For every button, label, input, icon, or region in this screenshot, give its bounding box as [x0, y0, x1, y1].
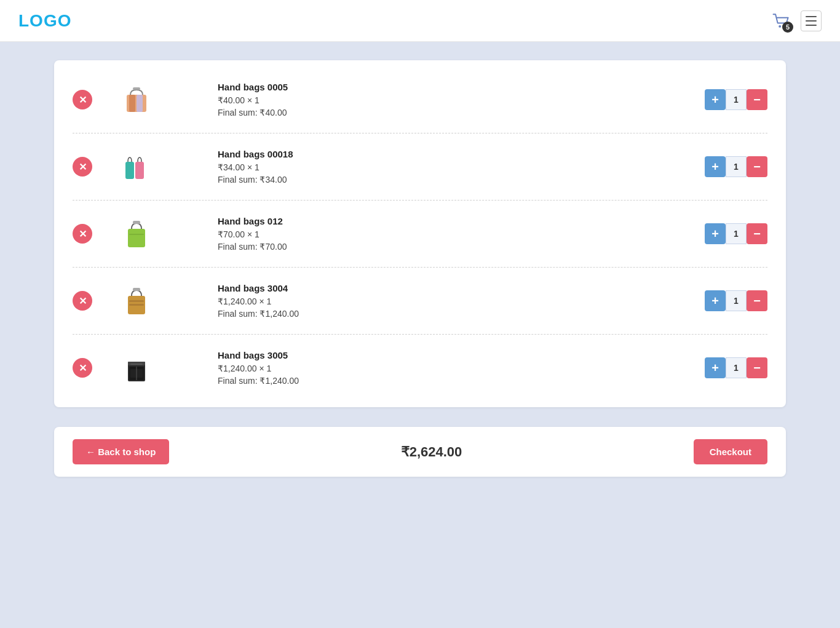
product-price-4: ₹1,240.00 × 1 [218, 296, 680, 306]
header-right: 5 [769, 9, 822, 33]
remove-item-5-button[interactable]: ✕ [73, 358, 92, 378]
qty-minus-5[interactable]: − [747, 357, 767, 378]
product-name-2: Hand bags 00018 [218, 149, 680, 159]
qty-display-4: 1 [726, 290, 747, 311]
qty-display-1: 1 [726, 89, 747, 110]
bag-svg-3 [119, 217, 154, 251]
product-image-1 [117, 80, 156, 119]
qty-display-5: 1 [726, 357, 747, 378]
svg-rect-7 [135, 162, 144, 179]
checkout-button[interactable]: Checkout [694, 439, 767, 464]
back-to-shop-button[interactable]: ← Back to shop [73, 439, 169, 464]
remove-item-3-button[interactable]: ✕ [73, 224, 92, 244]
product-final-4: Final sum: ₹1,240.00 [218, 309, 680, 319]
svg-rect-13 [129, 300, 144, 302]
product-name-3: Hand bags 012 [218, 216, 680, 226]
product-name-4: Hand bags 3004 [218, 283, 680, 293]
qty-controls-5: + 1 − [705, 357, 767, 378]
qty-minus-1[interactable]: − [747, 89, 767, 110]
cart-card: ✕ Hand bags 0005 ₹40.00 × 1 Final sum: ₹… [54, 60, 786, 407]
qty-plus-1[interactable]: + [705, 89, 726, 110]
bag-svg-2 [119, 149, 154, 184]
bottom-bar: ← Back to shop ₹2,624.00 Checkout [54, 427, 786, 477]
bag-svg-4 [119, 284, 154, 318]
svg-rect-8 [128, 229, 145, 247]
table-row: ✕ Hand bags 3005 ₹1,240.00 × 1 Final sum… [73, 335, 767, 401]
product-final-5: Final sum: ₹1,240.00 [218, 376, 680, 386]
menu-line-2 [806, 20, 817, 22]
main-content: ✕ Hand bags 0005 ₹40.00 × 1 Final sum: ₹… [0, 42, 840, 419]
total-amount: ₹2,624.00 [401, 444, 462, 460]
remove-item-4-button[interactable]: ✕ [73, 291, 92, 311]
product-name-5: Hand bags 3005 [218, 350, 680, 360]
product-price-1: ₹40.00 × 1 [218, 95, 680, 105]
product-info-5: Hand bags 3005 ₹1,240.00 × 1 Final sum: … [218, 350, 680, 386]
product-final-2: Final sum: ₹34.00 [218, 175, 680, 185]
product-price-5: ₹1,240.00 × 1 [218, 364, 680, 373]
qty-minus-2[interactable]: − [747, 156, 767, 177]
qty-plus-4[interactable]: + [705, 290, 726, 311]
svg-point-0 [779, 25, 781, 27]
remove-item-2-button[interactable]: ✕ [73, 157, 92, 177]
table-row: ✕ Hand bags 00018 ₹34.00 × 1 Final sum: … [73, 133, 767, 201]
svg-rect-6 [125, 162, 134, 179]
svg-rect-9 [133, 221, 140, 224]
qty-controls-4: + 1 − [705, 290, 767, 311]
svg-rect-10 [129, 234, 144, 235]
product-info-2: Hand bags 00018 ₹34.00 × 1 Final sum: ₹3… [218, 149, 680, 185]
svg-rect-5 [133, 87, 140, 90]
bag-svg-5 [119, 351, 154, 385]
product-name-1: Hand bags 0005 [218, 82, 680, 92]
svg-rect-17 [130, 364, 143, 365]
menu-line-1 [806, 16, 817, 17]
remove-item-1-button[interactable]: ✕ [73, 90, 92, 109]
product-image-3 [117, 214, 156, 253]
qty-controls-3: + 1 − [705, 223, 767, 244]
product-image-2 [117, 147, 156, 186]
cart-badge: 5 [782, 22, 793, 33]
table-row: ✕ Hand bags 0005 ₹40.00 × 1 Final sum: ₹… [73, 66, 767, 133]
header: LOGO 5 [0, 0, 840, 42]
qty-minus-4[interactable]: − [747, 290, 767, 311]
product-image-5 [117, 348, 156, 388]
menu-line-3 [806, 25, 817, 26]
qty-minus-3[interactable]: − [747, 223, 767, 244]
svg-rect-3 [129, 95, 135, 112]
bag-svg-1 [119, 82, 154, 117]
product-final-1: Final sum: ₹40.00 [218, 108, 680, 117]
cart-icon-wrap[interactable]: 5 [769, 9, 793, 33]
svg-rect-12 [133, 288, 140, 291]
qty-plus-5[interactable]: + [705, 357, 726, 378]
table-row: ✕ Hand bags 012 ₹70.00 × 1 Final sum: ₹7… [73, 201, 767, 268]
table-row: ✕ Hand bags 3004 ₹1,240.00 × 1 Final sum… [73, 268, 767, 335]
svg-rect-4 [137, 95, 143, 112]
product-price-2: ₹34.00 × 1 [218, 162, 680, 172]
qty-controls-2: + 1 − [705, 156, 767, 177]
menu-button[interactable] [801, 10, 822, 31]
product-price-3: ₹70.00 × 1 [218, 229, 680, 239]
product-info-4: Hand bags 3004 ₹1,240.00 × 1 Final sum: … [218, 283, 680, 319]
svg-rect-14 [129, 304, 144, 306]
qty-display-3: 1 [726, 223, 747, 244]
qty-plus-3[interactable]: + [705, 223, 726, 244]
product-info-1: Hand bags 0005 ₹40.00 × 1 Final sum: ₹40… [218, 82, 680, 117]
product-info-3: Hand bags 012 ₹70.00 × 1 Final sum: ₹70.… [218, 216, 680, 252]
qty-controls-1: + 1 − [705, 89, 767, 110]
product-final-3: Final sum: ₹70.00 [218, 242, 680, 252]
logo: LOGO [18, 11, 71, 31]
product-image-4 [117, 281, 156, 320]
qty-display-2: 1 [726, 156, 747, 177]
qty-plus-2[interactable]: + [705, 156, 726, 177]
